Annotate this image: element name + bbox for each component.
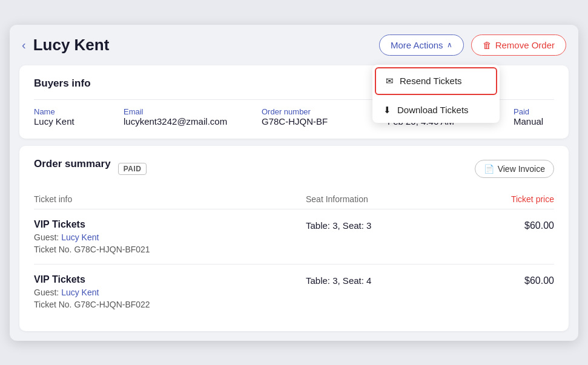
ticket-no-2: Ticket No. G78C-HJQN-BF022 [34,300,306,309]
order-summary-header: Order summary PAID 📄 View Invoice [34,158,554,180]
view-invoice-label: View Invoice [498,164,545,174]
email-value: lucykent3242@zmail.com [124,116,257,127]
col-seat-info: Seat Information [306,194,457,204]
resend-tickets-label: Resend Tickets [400,76,462,86]
paid-badge: PAID [118,163,147,175]
name-value: Lucy Kent [34,116,119,127]
ticket-info-2: VIP Tickets Guest: Lucy Kent Ticket No. … [34,274,306,309]
remove-order-button[interactable]: 🗑 Remove Order [471,35,566,56]
ticket-no-1: Ticket No. G78C-HJQN-BF021 [34,245,306,254]
ticket-guest-1: Guest: Lucy Kent [34,232,306,242]
ticket-no-value-2: G78C-HJQN-BF022 [74,300,150,309]
name-label: Name [34,107,119,116]
table-row: VIP Tickets Guest: Lucy Kent Ticket No. … [34,209,554,264]
ticket-no-value-1: G78C-HJQN-BF021 [74,245,150,254]
chevron-up-icon: ∧ [447,41,452,49]
trash-icon: 🗑 [483,40,492,50]
more-actions-button[interactable]: More Actions ∧ [379,35,464,56]
col-ticket-price: Ticket price [457,194,554,204]
ticket-no-label-2: Ticket No. [34,300,72,309]
download-tickets-label: Download Tickets [397,105,469,115]
seat-info-1: Table: 3, Seat: 3 [306,219,457,231]
download-tickets-item[interactable]: ⬇ Download Tickets [372,97,500,123]
remove-order-label: Remove Order [495,40,555,50]
envelope-icon: ✉ [386,76,394,87]
ticket-type-2: VIP Tickets [34,274,306,285]
ticket-type-1: VIP Tickets [34,219,306,230]
name-label-col: Name Lucy Kent [34,107,119,127]
order-summary-card: Order summary PAID 📄 View Invoice Ticket… [19,146,569,331]
header-right: More Actions ∧ ✉ Resend Tickets ⬇ Downlo… [379,35,566,56]
back-button[interactable]: ‹ [22,38,26,52]
main-window: ‹ Lucy Kent More Actions ∧ ✉ Resend Tick… [10,25,578,341]
dropdown-menu: ✉ Resend Tickets ⬇ Download Tickets [372,65,500,123]
table-row: VIP Tickets Guest: Lucy Kent Ticket No. … [34,264,554,319]
col-ticket-info: Ticket info [34,194,306,204]
ticket-info-1: VIP Tickets Guest: Lucy Kent Ticket No. … [34,219,306,254]
header: ‹ Lucy Kent More Actions ∧ ✉ Resend Tick… [10,25,578,65]
email-label: Email [124,107,257,116]
order-number-label: Order number [262,107,383,116]
ticket-guest-2: Guest: Lucy Kent [34,288,306,297]
header-left: ‹ Lucy Kent [22,36,109,54]
resend-tickets-item[interactable]: ✉ Resend Tickets [375,67,497,95]
order-number-col: Order number G78C-HJQN-BF [262,107,383,127]
paid-value: Manual [514,116,578,127]
guest-name-link-2[interactable]: Lucy Kent [61,288,99,297]
guest-name-link-1[interactable]: Lucy Kent [61,232,99,242]
invoice-icon: 📄 [484,164,494,174]
guest-label-1: Guest: [34,232,59,242]
paid-col: Paid Manual [514,107,578,127]
seat-info-2: Table: 3, Seat: 4 [306,274,457,286]
guest-label-2: Guest: [34,288,59,297]
order-number-value: G78C-HJQN-BF [262,116,383,127]
ticket-no-label-1: Ticket No. [34,245,72,254]
table-header: Ticket info Seat Information Ticket pric… [34,189,554,209]
paid-label: Paid [514,107,578,116]
order-summary-title: Order summary [34,158,111,170]
download-icon: ⬇ [383,105,391,116]
ticket-price-1: $60.00 [457,219,554,231]
view-invoice-button[interactable]: 📄 View Invoice [475,160,554,178]
page-title: Lucy Kent [33,36,110,54]
order-summary-title-group: Order summary PAID [34,158,147,180]
more-actions-label: More Actions [391,40,443,50]
ticket-price-2: $60.00 [457,274,554,286]
email-col: Email lucykent3242@zmail.com [124,107,257,127]
